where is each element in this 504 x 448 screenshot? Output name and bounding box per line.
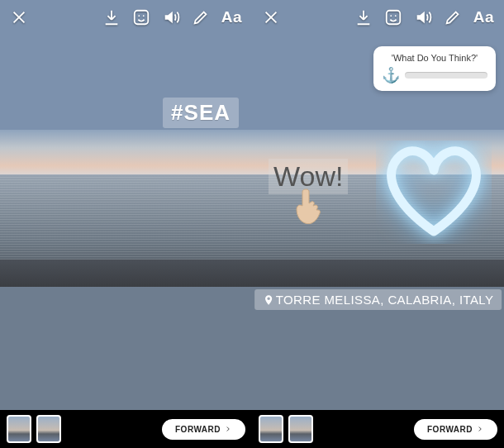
- emoji-slider[interactable]: ⚓: [382, 68, 487, 83]
- chevron-right-icon: [224, 425, 232, 433]
- location-text: TORRE MELISSA, CALABRIA, ITALY: [276, 293, 494, 307]
- pointing-hand-icon: [292, 186, 325, 227]
- draw-icon[interactable]: [444, 8, 462, 26]
- bottom-bar: FORWARD: [0, 410, 252, 448]
- slider-track[interactable]: [405, 72, 487, 79]
- beach-band: [252, 260, 504, 287]
- forward-button[interactable]: FORWARD: [162, 419, 245, 440]
- poll-question: 'What Do You Think?': [382, 53, 487, 63]
- text-tool[interactable]: Aa: [473, 8, 494, 26]
- download-icon[interactable]: [102, 8, 121, 26]
- location-pin-icon: [263, 294, 274, 306]
- gallery-thumb[interactable]: [36, 415, 61, 443]
- story-editor-right: Aa 'What Do You Think?' ⚓ Wow! TORRE MEL…: [252, 0, 504, 448]
- svg-rect-3: [386, 11, 400, 25]
- forward-button[interactable]: FORWARD: [414, 419, 497, 440]
- svg-point-4: [390, 15, 392, 17]
- top-toolbar: Aa: [252, 8, 504, 26]
- svg-rect-0: [134, 11, 148, 25]
- forward-label: FORWARD: [175, 425, 221, 434]
- top-toolbar: Aa: [0, 8, 252, 26]
- anchor-icon: ⚓: [382, 68, 400, 83]
- location-sticker[interactable]: TORRE MELISSA, CALABRIA, ITALY: [254, 289, 502, 310]
- forward-label: FORWARD: [427, 425, 473, 434]
- sticker-icon[interactable]: [132, 8, 150, 26]
- close-icon[interactable]: [262, 8, 280, 26]
- svg-point-1: [138, 15, 140, 17]
- download-icon[interactable]: [354, 8, 373, 26]
- beach-band: [0, 260, 252, 287]
- sound-icon[interactable]: [162, 8, 180, 26]
- draw-icon[interactable]: [192, 8, 210, 26]
- poll-sticker[interactable]: 'What Do You Think?' ⚓: [373, 46, 496, 91]
- chevron-right-icon: [476, 425, 484, 433]
- svg-point-5: [395, 15, 397, 17]
- gallery-thumb[interactable]: [259, 415, 283, 443]
- sound-icon[interactable]: [414, 8, 432, 26]
- close-icon[interactable]: [10, 8, 28, 26]
- gallery-thumb[interactable]: [288, 415, 313, 443]
- heart-drawing-icon: [376, 141, 492, 244]
- story-editor-left: Aa #SEA FORWARD: [0, 0, 252, 448]
- text-tool[interactable]: Aa: [221, 8, 242, 26]
- bottom-bar: FORWARD: [252, 410, 504, 448]
- hashtag-sticker[interactable]: #SEA: [163, 98, 239, 128]
- gallery-thumb[interactable]: [7, 415, 31, 443]
- sticker-icon[interactable]: [384, 8, 402, 26]
- svg-point-2: [143, 15, 145, 17]
